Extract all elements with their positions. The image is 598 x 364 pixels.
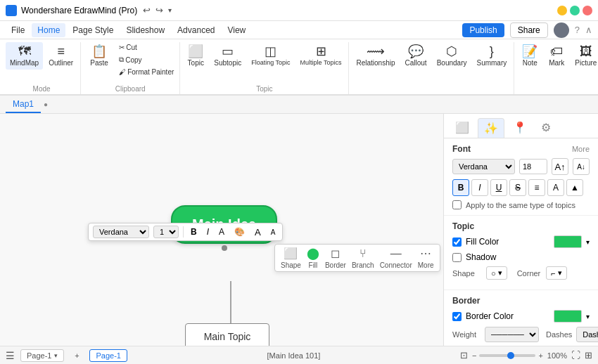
- summary-btn[interactable]: } Summary: [472, 42, 511, 70]
- corner-select[interactable]: ⌐ ▾: [546, 266, 566, 280]
- collapse-icon[interactable]: ∧: [585, 25, 592, 35]
- inline-font-select[interactable]: Verdana: [93, 226, 149, 238]
- redo-btn[interactable]: ↪: [154, 4, 165, 17]
- cut-copy-col: ✂ Cut ⧉ Copy 🖌 Format Painter: [116, 42, 177, 77]
- main-topic-node-0[interactable]: Main Topic: [185, 323, 269, 346]
- multiple-topics-btn[interactable]: ⊞ Multiple Topics: [296, 42, 346, 69]
- branch-btn[interactable]: ⑂ Branch: [352, 247, 374, 269]
- shadow-checkbox[interactable]: [452, 253, 462, 262]
- close-btn[interactable]: [583, 6, 592, 15]
- cut-btn[interactable]: ✂ Cut: [116, 42, 177, 53]
- strikethrough-btn[interactable]: S: [509, 179, 526, 196]
- maximize-btn[interactable]: [570, 6, 580, 15]
- page-tab-1[interactable]: Page-1: [89, 349, 127, 362]
- font-size-increase-btn[interactable]: A↑: [552, 158, 568, 175]
- font-size-decrease-btn[interactable]: A↓: [573, 158, 590, 175]
- fit-page-btn[interactable]: ⊡: [460, 350, 468, 360]
- fill-color-checkbox[interactable]: [452, 238, 462, 247]
- underline-btn[interactable]: U: [490, 179, 507, 196]
- inline-font-down-btn[interactable]: A: [268, 228, 279, 237]
- mark-btn[interactable]: 🏷 Mark: [544, 42, 569, 70]
- minimize-btn[interactable]: [557, 6, 567, 15]
- format-painter-btn[interactable]: 🖌 Format Painter: [116, 67, 177, 77]
- copy-label: Copy: [125, 56, 141, 64]
- boundary-btn[interactable]: ⬡ Boundary: [433, 42, 471, 70]
- paste-btn[interactable]: 📋 Paste: [84, 42, 115, 70]
- picture-icon: 🖼: [580, 45, 592, 58]
- font-family-select[interactable]: Verdana: [452, 159, 515, 174]
- inline-italic-btn[interactable]: I: [204, 226, 212, 238]
- menu-slideshow[interactable]: Slideshow: [120, 23, 170, 37]
- inline-paint-btn[interactable]: A: [216, 226, 227, 238]
- callout-btn[interactable]: 💬 Callout: [401, 42, 431, 70]
- font-more-btn[interactable]: More: [572, 145, 590, 153]
- subtopic-btn[interactable]: ▭ Subtopic: [210, 42, 246, 70]
- inline-font-size[interactable]: 18: [153, 226, 179, 238]
- inline-bold-btn[interactable]: B: [188, 226, 200, 238]
- mindmap-btn[interactable]: 🗺 MindMap: [6, 42, 43, 70]
- add-page-btn[interactable]: +: [70, 349, 84, 363]
- menu-file[interactable]: File: [6, 23, 30, 37]
- clipboard-label: Clipboard: [84, 84, 177, 94]
- dashes-select[interactable]: Dashes Dots: [576, 327, 598, 342]
- shape-select[interactable]: ○ ▾: [486, 266, 507, 280]
- rp-tab-ai[interactable]: ✨: [478, 118, 504, 138]
- page-tab-0-dropdown[interactable]: ▾: [54, 352, 58, 359]
- rp-tab-location[interactable]: 📍: [507, 118, 533, 138]
- bold-btn[interactable]: B: [452, 179, 469, 196]
- paste-label: Paste: [90, 59, 108, 67]
- floating-topic-icon: ◫: [265, 45, 276, 58]
- topic-btn[interactable]: ⬜ Topic: [183, 42, 208, 70]
- menu-advanced[interactable]: Advanced: [172, 23, 220, 37]
- border-color-swatch[interactable]: [554, 310, 582, 323]
- help-icon[interactable]: ?: [575, 25, 580, 35]
- italic-btn[interactable]: I: [471, 179, 488, 196]
- picture-btn[interactable]: 🖼 Picture: [571, 42, 598, 70]
- inline-highlight-btn[interactable]: 🎨: [231, 226, 248, 238]
- floating-topic-btn[interactable]: ◫ Floating Topic: [247, 42, 294, 69]
- zoom-in-btn[interactable]: +: [538, 351, 542, 360]
- zoom-track[interactable]: [479, 354, 535, 357]
- outliner-btn[interactable]: ≡ Outliner: [44, 42, 77, 70]
- page-tab-0[interactable]: Page-1 ▾: [20, 349, 64, 362]
- relationship-btn[interactable]: ⟿ Relationship: [352, 42, 399, 70]
- inline-font-up-btn[interactable]: A: [252, 226, 264, 238]
- note-btn[interactable]: 📝 Note: [517, 42, 542, 70]
- rp-font-section: Font More Verdana A↑ A↓ B I U S ≡ A: [444, 138, 598, 216]
- fill-color-swatch[interactable]: [554, 235, 582, 248]
- publish-button[interactable]: Publish: [462, 23, 504, 37]
- user-avatar[interactable]: [554, 22, 569, 38]
- border-color-dropdown-icon[interactable]: ▾: [586, 313, 590, 320]
- fullscreen-btn[interactable]: ⛶: [571, 350, 580, 360]
- rp-tab-settings[interactable]: ⚙: [535, 118, 556, 138]
- canvas[interactable]: Verdana 18 B I A 🎨 A A ⬜ Shape ⬤ Fill: [0, 114, 443, 346]
- align-btn[interactable]: ≡: [528, 179, 545, 196]
- expand-panel-btn[interactable]: ⊞: [585, 350, 592, 360]
- apply-same-type-checkbox[interactable]: [452, 200, 462, 209]
- font-color-btn[interactable]: A: [547, 179, 564, 196]
- expand-btn[interactable]: ▾: [167, 5, 173, 15]
- font-size-input[interactable]: [519, 159, 547, 174]
- fill-btn[interactable]: ⬤ Fill: [307, 247, 319, 269]
- menu-home[interactable]: Home: [32, 23, 65, 37]
- border-color-checkbox[interactable]: [452, 312, 462, 321]
- share-button[interactable]: Share: [510, 22, 548, 38]
- fill-color-dropdown-icon[interactable]: ▾: [586, 238, 590, 246]
- tab-map1[interactable]: Map1: [6, 96, 41, 113]
- border-btn[interactable]: ◻ Border: [325, 247, 346, 269]
- copy-btn[interactable]: ⧉ Copy: [116, 54, 177, 65]
- sidebar-toggle-btn[interactable]: ☰: [6, 350, 15, 361]
- menu-view[interactable]: View: [222, 23, 251, 37]
- weight-select[interactable]: ────── ─ ─ ─: [485, 327, 539, 342]
- connector-btn[interactable]: — Connector: [380, 247, 412, 269]
- more-shape-btn[interactable]: ⋯ More: [418, 247, 434, 269]
- rp-tab-style[interactable]: ⬜: [450, 118, 475, 138]
- multiple-topics-label: Multiple Topics: [300, 59, 342, 66]
- highlight-btn[interactable]: ▲: [566, 179, 583, 196]
- zoom-thumb[interactable]: [507, 352, 514, 359]
- menu-page-style[interactable]: Page Style: [67, 23, 119, 37]
- shape-btn[interactable]: ⬜ Shape: [281, 247, 301, 269]
- zoom-out-btn[interactable]: −: [472, 351, 476, 360]
- ribbon-group-mode: 🗺 MindMap ≡ Outliner Mode: [3, 42, 81, 94]
- undo-btn[interactable]: ↩: [141, 4, 152, 17]
